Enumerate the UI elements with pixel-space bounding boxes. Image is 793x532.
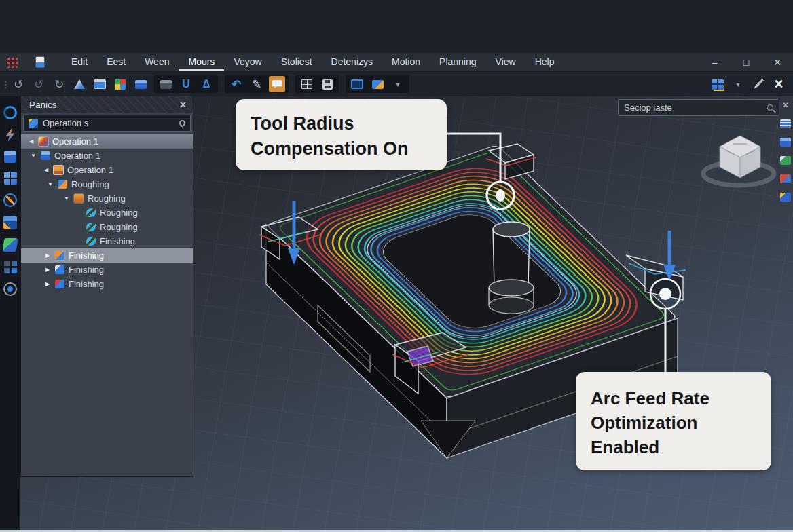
menu-planning[interactable]: Planning [430, 54, 486, 71]
panel-header[interactable]: Panics ✕ [21, 96, 193, 113]
callout-tool-radius-line2: Compensation On [251, 136, 432, 162]
toolbar: ⋮ ↺ ↺ ↻ U ∆ ↶ ✎ ▾ ▾ ✕ [0, 72, 793, 96]
tree-item-finishing-4[interactable]: ▶ Finishing [21, 277, 193, 291]
finishing-pen-icon [55, 265, 64, 274]
tree-item-operation-2[interactable]: ▼ Operation 1 [21, 149, 193, 163]
menu-detenizys[interactable]: Detenizys [322, 54, 382, 71]
folder-select-icon[interactable] [158, 76, 174, 92]
undo-icon[interactable]: ↺ [10, 76, 26, 92]
expand-arrow-icon[interactable]: ▼ [47, 181, 54, 187]
tool-red-icon[interactable] [780, 174, 791, 183]
cube-tool-icon[interactable] [4, 151, 16, 163]
tree-item-operation-3[interactable]: ◀ Operation 1 [21, 163, 193, 177]
tree-item-finishing-3[interactable]: ▶ Finishing [21, 263, 193, 277]
finishing-chip-icon [55, 251, 64, 260]
menu-stoliest[interactable]: Stoliest [272, 54, 322, 71]
menu-view[interactable]: View [486, 54, 525, 71]
modules-grid-icon[interactable] [112, 76, 128, 92]
menu-edit[interactable]: Edit [62, 54, 97, 71]
toolbar-caret-icon[interactable]: ▾ [730, 76, 746, 92]
cam-application-window: Edit Eest Ween Mours Veyow Stoliest Dete… [0, 0, 793, 532]
scope-tool-icon[interactable] [3, 282, 17, 296]
image-view-icon[interactable] [349, 76, 365, 92]
collapse-arrow-icon[interactable]: ◀ [43, 167, 50, 173]
app-grid-icon[interactable] [6, 56, 18, 68]
expand-arrow-icon[interactable]: ▶ [44, 252, 51, 259]
toolbar-right: ▾ ✕ [707, 76, 789, 92]
window-panel-icon[interactable] [780, 138, 791, 147]
document-icon[interactable] [36, 57, 44, 67]
window-view-icon[interactable] [92, 76, 108, 92]
view-cube[interactable] [701, 130, 789, 193]
triangle-mesh-tool-icon[interactable]: ∆ [198, 76, 215, 92]
comment-bubble-icon-selected[interactable] [269, 76, 285, 92]
tool-blue-icon[interactable] [780, 193, 791, 202]
tree-item-operation-1[interactable]: ◀ Operation 1 [21, 134, 193, 149]
windows-layout-icon[interactable] [4, 172, 17, 185]
expand-arrow-icon[interactable]: ▼ [30, 153, 37, 159]
callout-arc-feed-rate: Arc Feed Rate Optimization Enabled [576, 372, 771, 470]
menu-help[interactable]: Help [525, 54, 564, 71]
collapse-arrow-icon[interactable]: ◀ [28, 138, 35, 145]
toolbar-close-icon[interactable]: ✕ [771, 76, 787, 92]
operations-filter-field[interactable]: Operation s [23, 115, 191, 132]
search-icon [767, 104, 773, 111]
tree-item-roughing-1[interactable]: ▼ Roughing [21, 177, 193, 191]
expand-arrow-icon[interactable]: ▶ [44, 267, 51, 273]
pen-tool-icon[interactable]: ✎ [248, 76, 265, 92]
tree-item-roughing-2[interactable]: ▼ Roughing [21, 191, 193, 206]
callout-tool-radius: Tool Radius Compensation On [236, 99, 447, 170]
tree-item-label: Roughing [71, 179, 109, 189]
expand-arrow-icon[interactable]: ▶ [44, 281, 51, 287]
menu-ween[interactable]: Ween [135, 54, 179, 71]
swirl-tool-icon[interactable] [3, 106, 17, 119]
pin-icon[interactable] [178, 119, 187, 128]
panel-title: Panics [29, 100, 57, 110]
tree-item-label: Finishing [69, 279, 104, 289]
tree-item-roughing-4[interactable]: Roughing [21, 220, 193, 234]
grid-four-tool-icon[interactable] [4, 261, 17, 273]
roughing-leaf-icon [86, 223, 96, 231]
tree-item-roughing-3[interactable]: Roughing [21, 206, 193, 220]
callout-tool-radius-line1: Tool Radius [251, 111, 432, 136]
tree-item-label: Operation 1 [67, 165, 113, 175]
expand-arrow-icon[interactable]: ▼ [63, 195, 70, 202]
box-orange-tool-icon[interactable] [3, 216, 17, 229]
maximize-button[interactable]: □ [731, 54, 762, 71]
left-tool-strip [0, 96, 20, 532]
window-controls: – □ ✕ [699, 54, 793, 71]
bolt-tool-icon[interactable] [3, 128, 17, 142]
minimize-button[interactable]: – [699, 54, 731, 71]
prism-export-icon[interactable] [71, 76, 88, 92]
compass-tool-icon[interactable] [3, 193, 17, 207]
undo-alt-icon[interactable]: ↺ [31, 76, 47, 92]
view-group: ▾ [346, 75, 409, 93]
tree-item-finishing-2-selected[interactable]: ▶ Finishing [21, 248, 193, 263]
layers-tool-icon[interactable] [3, 238, 18, 252]
operations-filter-value[interactable]: Operation s [43, 118, 88, 128]
search-input-value[interactable]: Seciop iaste [624, 102, 672, 113]
menu-motion[interactable]: Motion [382, 54, 430, 71]
pen-edit-icon[interactable] [750, 76, 767, 92]
tree-item-finishing-1[interactable]: Finishing [21, 234, 193, 248]
save-icon[interactable] [319, 76, 335, 92]
menu-eest[interactable]: Eest [97, 54, 135, 71]
export-doc-icon[interactable] [780, 156, 791, 165]
menu-mours-active[interactable]: Mours [179, 54, 224, 71]
u-curve-tool-icon[interactable]: U [178, 76, 194, 92]
layout-grid-key-icon[interactable] [709, 76, 726, 92]
panel-close-icon[interactable]: ✕ [179, 100, 187, 110]
close-button[interactable]: ✕ [762, 54, 793, 71]
list-panel-icon[interactable] [780, 119, 791, 128]
drag-handle[interactable]: ⋮ [1, 83, 8, 86]
menu-veyow[interactable]: Veyow [224, 54, 271, 71]
table-grid-icon[interactable] [299, 76, 315, 92]
menu-items: Edit Eest Ween Mours Veyow Stoliest Dete… [62, 54, 564, 71]
redo-icon[interactable]: ↻ [51, 76, 67, 92]
hook-tool-icon[interactable]: ↶ [228, 76, 244, 92]
right-strip-close-icon[interactable]: ✕ [782, 100, 789, 110]
dropdown-caret-icon[interactable]: ▾ [390, 76, 406, 92]
viewport-search[interactable]: Seciop iaste [618, 99, 779, 116]
folder-open-icon[interactable] [369, 76, 386, 92]
folder-blue-icon[interactable] [132, 76, 149, 92]
